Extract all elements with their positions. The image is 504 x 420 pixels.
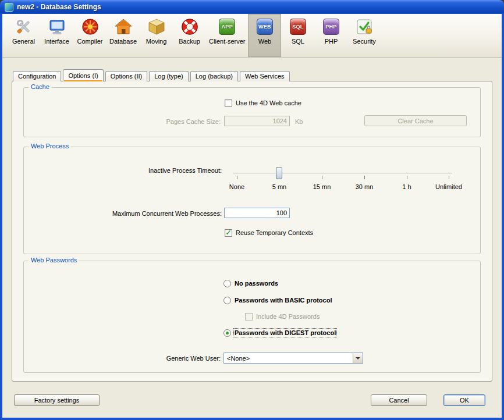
toolbar-item-client-server[interactable]: APP Client-server xyxy=(206,14,248,57)
tab-options-2[interactable]: Options (II) xyxy=(105,71,147,81)
window-title: new2 - Database Settings xyxy=(17,3,101,11)
toolbar-label: SQL xyxy=(292,38,304,45)
tab-web-services[interactable]: Web Services xyxy=(240,71,290,81)
tab-log-backup[interactable]: Log (backup) xyxy=(190,71,238,81)
toolbar-item-compiler[interactable]: Compiler xyxy=(73,14,107,57)
toolbar-label: Compiler xyxy=(77,38,102,45)
radio-dot-icon xyxy=(223,329,231,337)
toolbar-item-moving[interactable]: Moving xyxy=(140,14,173,57)
reuse-contexts-label: Reuse Temporary Contexts xyxy=(236,229,313,236)
slider-track[interactable] xyxy=(233,173,452,174)
checkbox-box-icon xyxy=(225,99,232,107)
sql-cube-icon: SQL xyxy=(288,17,308,37)
include-4d-passwords-label: Include 4D Passwords xyxy=(256,313,320,320)
ok-button[interactable]: OK xyxy=(443,394,485,406)
toolbar-label: Web xyxy=(258,38,271,45)
toolbar-item-general[interactable]: General xyxy=(7,14,40,57)
toolbar-item-database[interactable]: Database xyxy=(107,14,140,57)
monitor-icon xyxy=(47,17,67,37)
slider-tick xyxy=(449,176,449,179)
tab-options-1[interactable]: Options (I) xyxy=(63,69,103,81)
slider-tick xyxy=(364,176,365,179)
slider-tick xyxy=(322,176,322,179)
tab-log-type[interactable]: Log (type) xyxy=(149,71,189,81)
toolbar-item-sql[interactable]: SQL SQL xyxy=(281,14,314,57)
generic-web-user-value: <None> xyxy=(224,355,353,362)
no-passwords-radio[interactable]: No passwords xyxy=(223,279,278,287)
inactive-timeout-slider[interactable]: None 5 mn 15 mn 30 mn 1 h Unlimited xyxy=(231,163,455,194)
basic-protocol-radio[interactable]: Passwords with BASIC protocol xyxy=(223,296,332,304)
digest-protocol-label: Passwords with DIGEST protocol xyxy=(235,329,336,336)
toolbar-label: Database xyxy=(109,38,137,45)
toolbar-label: Security xyxy=(353,38,376,45)
app-cube-text: APP xyxy=(219,19,235,35)
package-icon xyxy=(147,17,166,37)
cancel-button[interactable]: Cancel xyxy=(371,394,427,406)
tools-icon xyxy=(14,17,34,37)
digest-protocol-radio[interactable]: Passwords with DIGEST protocol xyxy=(223,329,336,337)
cache-group-label: Cache xyxy=(29,83,52,90)
toolbar-item-web[interactable]: WEB Web xyxy=(248,14,281,57)
include-4d-passwords-checkbox[interactable]: Include 4D Passwords xyxy=(245,312,320,321)
php-cube-text: PHP xyxy=(323,19,339,35)
toolbar-label: Backup xyxy=(179,38,200,45)
radio-dot-icon xyxy=(223,280,231,287)
clear-cache-button[interactable]: Clear Cache xyxy=(364,115,467,126)
toolbar-label: Client-server xyxy=(209,38,245,45)
toolbar-item-interface[interactable]: Interface xyxy=(40,14,73,57)
pages-cache-size-input[interactable] xyxy=(224,116,290,126)
toolbar-label: General xyxy=(12,38,35,45)
factory-settings-button[interactable]: Factory settings xyxy=(14,394,100,406)
tab-strip: Configuration Options (I) Options (II) L… xyxy=(13,69,292,81)
tick-label-5mn: 5 mn xyxy=(272,183,286,190)
web-passwords-group-label: Web Passwords xyxy=(29,257,79,264)
no-passwords-label: No passwords xyxy=(235,280,278,287)
slider-thumb[interactable] xyxy=(276,167,282,179)
toolbar-label: PHP xyxy=(325,38,338,45)
generic-web-user-select[interactable]: <None> xyxy=(223,353,363,364)
cache-size-unit-label: Kb xyxy=(295,118,303,125)
web-passwords-group: Web Passwords No passwords Passwords wit… xyxy=(23,261,481,373)
security-check-icon xyxy=(354,17,374,37)
max-processes-input[interactable] xyxy=(224,208,290,218)
toolbar-item-backup[interactable]: Backup xyxy=(173,14,206,57)
titlebar[interactable]: new2 - Database Settings xyxy=(0,0,504,14)
web-process-group-label: Web Process xyxy=(29,143,71,150)
tick-label-1h: 1 h xyxy=(402,183,411,190)
use-web-cache-checkbox[interactable]: Use the 4D Web cache xyxy=(225,99,301,107)
web-cube-text: WEB xyxy=(257,19,273,35)
web-cube-icon: WEB xyxy=(255,17,275,37)
basic-protocol-label: Passwords with BASIC protocol xyxy=(235,297,332,304)
slider-tick xyxy=(407,176,407,179)
cache-group: Cache Use the 4D Web cache Pages Cache S… xyxy=(23,87,481,137)
toolbar-item-php[interactable]: PHP PHP xyxy=(314,14,347,57)
dialog-body: General Interface xyxy=(2,14,502,418)
use-web-cache-label: Use the 4D Web cache xyxy=(236,99,301,106)
database-settings-window: new2 - Database Settings xyxy=(0,0,504,420)
chevron-down-icon xyxy=(356,357,360,360)
checkbox-box-icon xyxy=(225,229,232,237)
options-panel: Cache Use the 4D Web cache Pages Cache S… xyxy=(12,81,492,382)
pages-cache-size-label: Pages Cache Size: xyxy=(24,118,221,125)
web-process-group: Web Process Inactive Process Timeout: No… xyxy=(23,147,481,254)
checkbox-box-icon xyxy=(245,313,253,321)
toolbar-item-security[interactable]: Security xyxy=(347,14,381,57)
radio-dot-icon xyxy=(223,297,231,304)
tick-label-none: None xyxy=(229,183,244,190)
tab-configuration[interactable]: Configuration xyxy=(13,71,61,81)
dropdown-button[interactable] xyxy=(353,353,363,363)
php-cube-icon: PHP xyxy=(321,17,341,37)
tick-label-30mn: 30 mn xyxy=(356,183,374,190)
generic-web-user-label: Generic Web User: xyxy=(24,355,221,362)
inactive-timeout-label: Inactive Process Timeout: xyxy=(24,167,222,174)
compiler-wheel-icon xyxy=(80,17,100,37)
home-icon xyxy=(113,17,133,37)
slider-tick xyxy=(237,176,237,179)
lifebuoy-icon xyxy=(180,17,200,37)
app-cube-icon: APP xyxy=(217,17,237,37)
tick-label-15mn: 15 mn xyxy=(313,183,331,190)
app-icon xyxy=(5,3,13,12)
reuse-contexts-checkbox[interactable]: Reuse Temporary Contexts xyxy=(225,229,313,237)
settings-toolbar: General Interface xyxy=(2,14,502,58)
toolbar-label: Interface xyxy=(44,38,69,45)
